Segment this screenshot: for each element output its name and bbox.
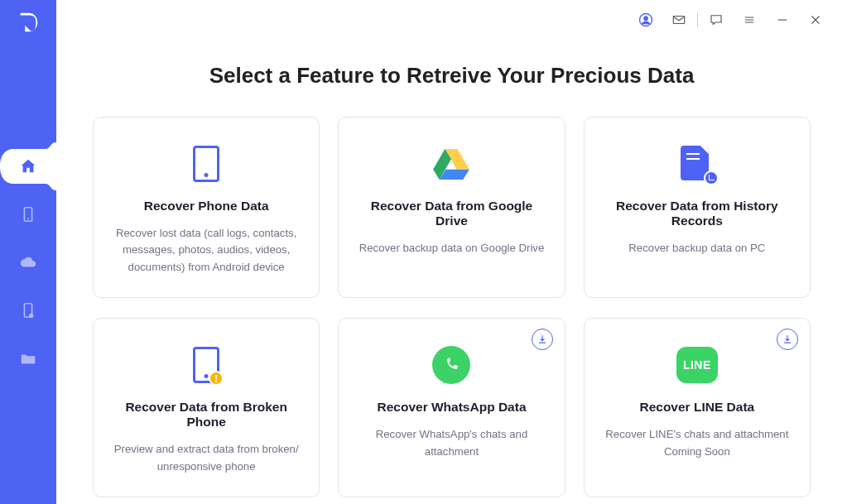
card-recover-line[interactable]: LINE Recover LINE Data Recover LINE's ch… <box>584 318 811 497</box>
sidebar-item-cloud[interactable] <box>0 238 56 286</box>
card-desc: Preview and extract data from broken/ un… <box>112 441 301 475</box>
card-desc: Recover backup data on Google Drive <box>357 240 546 257</box>
chat-icon <box>709 12 724 27</box>
window-controls <box>629 0 847 40</box>
card-recover-history-records[interactable]: Recover Data from History Records Recove… <box>584 117 811 298</box>
download-badge[interactable] <box>777 329 798 350</box>
card-extra: Coming Soon <box>603 445 792 458</box>
sidebar-item-home[interactable] <box>0 142 56 190</box>
svg-point-3 <box>29 314 33 319</box>
card-title: Recover Data from Google Drive <box>357 199 546 228</box>
history-records-icon <box>603 142 792 185</box>
minimize-icon <box>775 12 790 27</box>
app-logo <box>16 10 41 35</box>
separator <box>697 12 698 27</box>
sidebar <box>0 0 56 504</box>
download-icon <box>537 334 548 345</box>
svg-point-5 <box>644 17 648 21</box>
minimize-button[interactable] <box>766 0 799 40</box>
card-desc: Recover LINE's chats and attachment <box>603 426 792 443</box>
card-title: Recover WhatsApp Data <box>357 400 546 415</box>
card-recover-google-drive[interactable]: Recover Data from Google Drive Recover b… <box>338 117 565 298</box>
svg-point-1 <box>27 218 29 220</box>
broken-phone-icon: ! <box>112 343 301 386</box>
home-icon <box>19 157 37 175</box>
card-title: Recover Data from Broken Phone <box>112 400 301 430</box>
main-content: Select a Feature to Retreive Your Precio… <box>56 0 847 504</box>
sidebar-item-files[interactable] <box>0 334 56 382</box>
card-recover-phone-data[interactable]: Recover Phone Data Recover lost data (ca… <box>93 117 320 298</box>
page-title: Select a Feature to Retreive Your Precio… <box>93 63 811 89</box>
mail-button[interactable] <box>662 0 695 40</box>
phone-icon <box>112 142 301 185</box>
account-button[interactable] <box>629 0 662 40</box>
sidebar-item-phone[interactable] <box>0 190 56 238</box>
whatsapp-icon <box>357 343 546 386</box>
card-title: Recover Phone Data <box>112 199 301 214</box>
menu-button[interactable] <box>733 0 766 40</box>
feedback-button[interactable] <box>700 0 733 40</box>
card-desc: Recover WhatsApp's chats and attachment <box>357 426 546 460</box>
line-icon: LINE <box>603 343 792 386</box>
cloud-icon <box>19 253 37 271</box>
account-icon <box>638 12 653 27</box>
close-icon <box>808 12 823 27</box>
menu-icon <box>742 12 757 27</box>
card-desc: Recover lost data (call logs, contacts, … <box>112 225 301 276</box>
card-title: Recover LINE Data <box>603 400 792 415</box>
card-recover-broken-phone[interactable]: ! Recover Data from Broken Phone Preview… <box>93 318 320 497</box>
svg-rect-6 <box>673 17 685 24</box>
download-badge[interactable] <box>532 329 553 350</box>
sidebar-nav <box>0 142 56 382</box>
card-title: Recover Data from History Records <box>603 199 792 228</box>
card-desc: Recover backup data on PC <box>603 240 792 257</box>
sidebar-item-broken-device[interactable] <box>0 286 56 334</box>
mail-icon <box>671 12 686 27</box>
close-button[interactable] <box>799 0 832 40</box>
phone-device-icon <box>19 205 37 223</box>
card-recover-whatsapp[interactable]: Recover WhatsApp Data Recover WhatsApp's… <box>338 318 565 497</box>
app-window: Select a Feature to Retreive Your Precio… <box>0 0 847 504</box>
feature-cards: Recover Phone Data Recover lost data (ca… <box>93 117 811 497</box>
folder-icon <box>19 349 37 367</box>
download-icon <box>782 334 793 345</box>
broken-device-icon <box>19 301 37 319</box>
google-drive-icon <box>357 142 546 185</box>
